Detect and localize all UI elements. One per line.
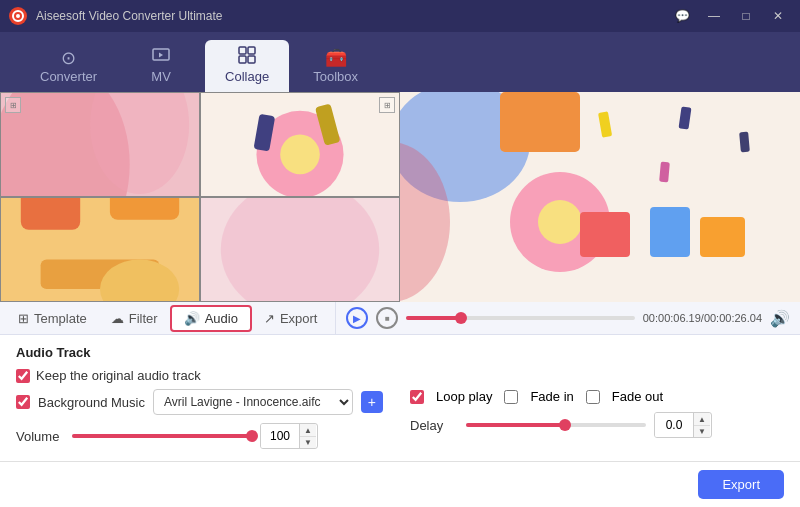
delay-up[interactable]: ▲ <box>694 413 710 425</box>
svg-point-27 <box>538 200 582 244</box>
add-music-button[interactable]: + <box>361 391 383 413</box>
collage-cell-1[interactable]: ⊞ <box>0 92 200 197</box>
audio-track-title: Audio Track <box>16 345 784 360</box>
bg-music-checkbox[interactable] <box>16 395 30 409</box>
progress-bar[interactable] <box>406 316 634 320</box>
footer-bar: Export <box>0 461 800 507</box>
audio-icon: 🔊 <box>184 311 200 326</box>
fade-out-label: Fade out <box>612 389 663 404</box>
volume-fill <box>72 434 252 438</box>
volume-row: Volume 100 ▲ ▼ <box>16 423 390 449</box>
sub-tab-export[interactable]: ↗ Export <box>252 307 330 330</box>
tab-collage[interactable]: Collage <box>205 40 289 92</box>
sub-tab-group: ⊞ Template ☁ Filter 🔊 Audio ↗ Export <box>0 302 336 334</box>
keep-original-label: Keep the original audio track <box>36 368 201 383</box>
sub-tab-audio[interactable]: 🔊 Audio <box>170 305 252 332</box>
svg-point-2 <box>16 14 20 18</box>
collage-cell-4[interactable] <box>200 197 400 302</box>
volume-input[interactable]: 100 <box>261 424 299 448</box>
audio-label: Audio <box>205 311 238 326</box>
audio-content: Audio Track Keep the original audio trac… <box>0 335 800 461</box>
grid-handle-tl: ⊞ <box>5 97 21 113</box>
svg-rect-17 <box>21 198 80 230</box>
keep-original-row: Keep the original audio track <box>16 368 784 383</box>
stop-button[interactable]: ■ <box>376 307 398 329</box>
volume-thumb[interactable] <box>246 430 258 442</box>
delay-slider[interactable] <box>466 423 646 427</box>
tab-toolbox-label: Toolbox <box>313 69 358 84</box>
export-label: Export <box>280 311 318 326</box>
audio-left-col: Background Music Avril Lavigne - Innocen… <box>16 389 390 453</box>
svg-rect-31 <box>659 162 670 183</box>
keep-original-checkbox[interactable] <box>16 369 30 383</box>
export-icon: ↗ <box>264 311 275 326</box>
bg-music-row: Background Music Avril Lavigne - Innocen… <box>16 389 390 415</box>
delay-thumb[interactable] <box>559 419 571 431</box>
delay-row: Delay 0.0 ▲ ▼ <box>410 412 784 438</box>
volume-label: Volume <box>16 429 64 444</box>
volume-icon[interactable]: 🔊 <box>770 309 790 328</box>
progress-fill <box>406 316 461 320</box>
main-collage-preview <box>400 92 800 302</box>
svg-point-22 <box>221 198 379 301</box>
title-bar: Aiseesoft Video Converter Ultimate 💬 — □… <box>0 0 800 32</box>
collage-cell-3[interactable] <box>0 197 200 302</box>
tab-collage-label: Collage <box>225 69 269 84</box>
grid-handle-tr: ⊞ <box>379 97 395 113</box>
mv-icon <box>152 46 170 67</box>
fade-in-checkbox[interactable] <box>504 390 518 404</box>
svg-rect-32 <box>580 212 630 257</box>
tab-mv-label: MV <box>151 69 171 84</box>
time-display: 00:00:06.19/00:00:26.04 <box>643 312 762 324</box>
app-title: Aiseesoft Video Converter Ultimate <box>36 9 668 23</box>
loop-play-checkbox[interactable] <box>410 390 424 404</box>
converter-icon: ⊙ <box>61 49 76 67</box>
tab-converter[interactable]: ⊙ Converter <box>20 43 117 92</box>
sub-tabs-row: ⊞ Template ☁ Filter 🔊 Audio ↗ Export ▶ ■ <box>0 302 800 335</box>
tab-mv[interactable]: MV <box>121 40 201 92</box>
delay-label: Delay <box>410 418 458 433</box>
right-collage-panel[interactable] <box>400 92 800 302</box>
volume-slider[interactable] <box>72 434 252 438</box>
play-button[interactable]: ▶ <box>346 307 368 329</box>
delay-fill <box>466 423 565 427</box>
tab-converter-label: Converter <box>40 69 97 84</box>
sub-tab-template[interactable]: ⊞ Template <box>6 307 99 330</box>
svg-rect-4 <box>239 47 246 54</box>
audio-right-col: Loop play Fade in Fade out Delay 0.0 <box>410 389 784 453</box>
svg-rect-18 <box>110 198 179 220</box>
sub-tab-filter[interactable]: ☁ Filter <box>99 307 170 330</box>
volume-down[interactable]: ▼ <box>300 436 316 448</box>
delay-spinners: ▲ ▼ <box>693 413 710 437</box>
main-tab-bar: ⊙ Converter MV Collage 🧰 Toolbox <box>0 32 800 92</box>
filter-icon: ☁ <box>111 311 124 326</box>
volume-up[interactable]: ▲ <box>300 424 316 436</box>
svg-rect-7 <box>248 56 255 63</box>
collage-icon <box>238 46 256 67</box>
bg-music-select[interactable]: Avril Lavigne - Innocence.aifc <box>153 389 353 415</box>
export-button[interactable]: Export <box>698 470 784 499</box>
template-icon: ⊞ <box>18 311 29 326</box>
svg-rect-34 <box>700 217 745 257</box>
minimize-btn[interactable]: — <box>700 6 728 26</box>
svg-rect-30 <box>739 132 750 153</box>
progress-thumb[interactable] <box>455 312 467 324</box>
tab-toolbox[interactable]: 🧰 Toolbox <box>293 43 378 92</box>
app-logo <box>8 6 28 26</box>
delay-input-box: 0.0 ▲ ▼ <box>654 412 712 438</box>
svg-rect-6 <box>239 56 246 63</box>
fade-out-checkbox[interactable] <box>586 390 600 404</box>
message-btn[interactable]: 💬 <box>668 6 696 26</box>
right-checks-row: Loop play Fade in Fade out <box>410 389 784 404</box>
collage-cell-2[interactable]: ⊞ <box>200 92 400 197</box>
close-btn[interactable]: ✕ <box>764 6 792 26</box>
fade-in-label: Fade in <box>530 389 573 404</box>
loop-play-label: Loop play <box>436 389 492 404</box>
delay-input[interactable]: 0.0 <box>655 413 693 437</box>
maximize-btn[interactable]: □ <box>732 6 760 26</box>
delay-down[interactable]: ▼ <box>694 425 710 437</box>
volume-spinners: ▲ ▼ <box>299 424 316 448</box>
audio-settings-grid: Background Music Avril Lavigne - Innocen… <box>16 389 784 453</box>
playback-controls: ▶ ■ 00:00:06.19/00:00:26.04 🔊 <box>336 307 800 329</box>
filter-label: Filter <box>129 311 158 326</box>
